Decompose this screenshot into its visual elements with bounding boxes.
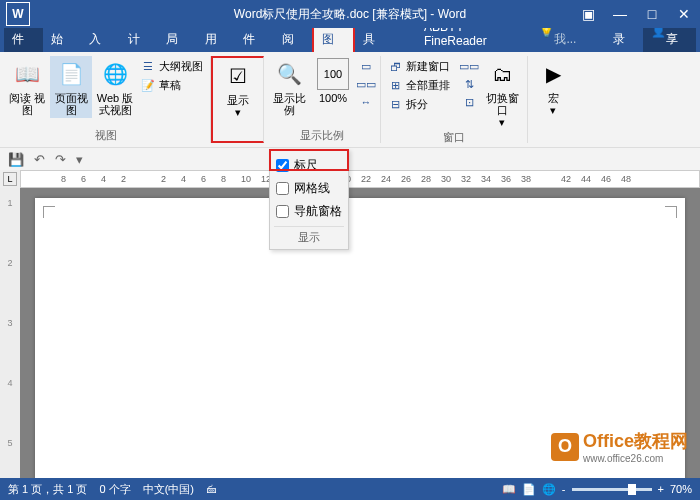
margin-corner-icon (43, 206, 55, 218)
ruler-checkbox[interactable] (276, 159, 289, 172)
title-bar: W Word标尺使用全攻略.doc [兼容模式] - Word ▣ — □ ✕ (0, 0, 700, 28)
zoom-slider[interactable] (572, 488, 652, 491)
ribbon: 📖阅读 视图 📄页面视图 🌐Web 版式视图 ☰大纲视图 📝草稿 视图 ☑显示▾… (0, 52, 700, 148)
menu-bar: 文件 开始 插入 设计 布局 引用 邮件 审阅 视图 开发工具 ABBYY Fi… (0, 28, 700, 52)
dropdown-footer: 显示 (274, 226, 344, 245)
split-button[interactable]: ⊟拆分 (385, 96, 453, 113)
zoom-button[interactable]: 🔍显示比例 (268, 56, 310, 118)
show-dropdown-panel: 标尺 网格线 导航窗格 显示 (269, 149, 349, 250)
zoom-in-button[interactable]: + (658, 483, 664, 495)
watermark-logo-icon: O (551, 433, 579, 461)
ime-icon[interactable]: 🖮 (206, 483, 217, 495)
page-width-button[interactable]: ↔ (356, 94, 376, 110)
read-mode-button[interactable]: 📖阅读 视图 (6, 56, 48, 118)
multi-page-button[interactable]: ▭▭ (356, 76, 376, 92)
zoom-level[interactable]: 70% (670, 483, 692, 495)
draft-view-button[interactable]: 📝草稿 (138, 77, 206, 94)
tab-selector[interactable]: L (3, 172, 17, 186)
group-views: 📖阅读 视图 📄页面视图 🌐Web 版式视图 ☰大纲视图 📝草稿 视图 (2, 56, 211, 143)
web-layout-icon[interactable]: 🌐 (542, 483, 556, 496)
switch-window-button[interactable]: 🗂切换窗口▾ (481, 56, 523, 130)
redo-icon[interactable]: ↷ (53, 152, 68, 167)
qat-more-icon[interactable]: ▾ (74, 152, 85, 167)
horizontal-ruler[interactable]: 8642246810121416182022242628303234363842… (20, 170, 700, 188)
close-button[interactable]: ✕ (668, 0, 700, 28)
one-page-button[interactable]: ▭ (356, 58, 376, 74)
group-label-window: 窗口 (443, 130, 465, 145)
minimize-button[interactable]: — (604, 0, 636, 28)
group-show: ☑显示▾ (211, 56, 264, 143)
margin-corner-icon (665, 206, 677, 218)
group-label-views: 视图 (95, 127, 117, 143)
print-layout-button[interactable]: 📄页面视图 (50, 56, 92, 118)
ruler-checkbox-row[interactable]: 标尺 (274, 154, 344, 177)
gridlines-checkbox-row[interactable]: 网格线 (274, 177, 344, 200)
quick-access-toolbar: 💾 ↶ ↷ ▾ (0, 148, 700, 170)
group-label-zoom: 显示比例 (300, 127, 344, 143)
print-layout-icon[interactable]: 📄 (522, 483, 536, 496)
sync-scroll-button[interactable]: ⇅ (459, 76, 479, 92)
document-title: Word标尺使用全攻略.doc [兼容模式] - Word (234, 6, 466, 23)
vertical-ruler[interactable]: 123456789 (0, 188, 20, 500)
ruler-area: L 86422468101214161820222426283032343638… (0, 170, 700, 188)
undo-icon[interactable]: ↶ (32, 152, 47, 167)
status-bar: 第 1 页，共 1 页 0 个字 中文(中国) 🖮 📖 📄 🌐 - + 70% (0, 478, 700, 500)
read-mode-icon[interactable]: 📖 (502, 483, 516, 496)
word-count[interactable]: 0 个字 (99, 482, 130, 497)
view-side-button[interactable]: ▭▭ (459, 58, 479, 74)
group-window: 🗗新建窗口 ⊞全部重排 ⊟拆分 ▭▭ ⇅ ⊡ 🗂切换窗口▾ 窗口 (381, 56, 528, 143)
page-count[interactable]: 第 1 页，共 1 页 (8, 482, 87, 497)
group-macro: ▶宏▾ (528, 56, 578, 143)
gridlines-checkbox[interactable] (276, 182, 289, 195)
arrange-all-button[interactable]: ⊞全部重排 (385, 77, 453, 94)
save-icon[interactable]: 💾 (6, 152, 26, 167)
zoom-100-button[interactable]: 100100% (312, 56, 354, 106)
zoom-out-button[interactable]: - (562, 483, 566, 495)
group-zoom: 🔍显示比例 100100% ▭ ▭▭ ↔ 显示比例 (264, 56, 381, 143)
web-layout-button[interactable]: 🌐Web 版式视图 (94, 56, 136, 118)
navpane-checkbox-row[interactable]: 导航窗格 (274, 200, 344, 223)
language-status[interactable]: 中文(中国) (143, 482, 194, 497)
navpane-checkbox[interactable] (276, 205, 289, 218)
reset-window-button[interactable]: ⊡ (459, 94, 479, 110)
show-dropdown-button[interactable]: ☑显示▾ (217, 58, 259, 120)
word-app-icon: W (6, 2, 30, 26)
macro-button[interactable]: ▶宏▾ (532, 56, 574, 118)
ribbon-options-icon[interactable]: ▣ (572, 0, 604, 28)
new-window-button[interactable]: 🗗新建窗口 (385, 58, 453, 75)
watermark: O Office教程网www.office26.com (551, 429, 688, 464)
outline-view-button[interactable]: ☰大纲视图 (138, 58, 206, 75)
maximize-button[interactable]: □ (636, 0, 668, 28)
